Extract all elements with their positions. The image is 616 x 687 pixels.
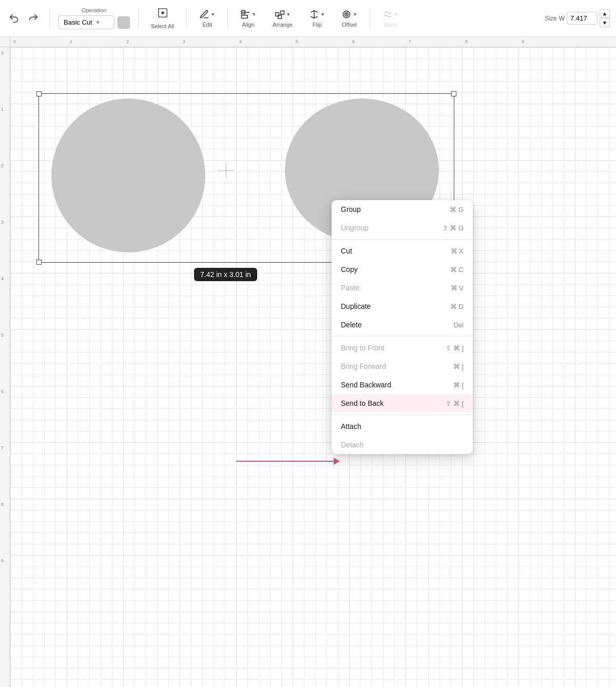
undo-redo-group [6, 11, 41, 26]
divider-3 [186, 8, 187, 29]
menu-group-label: Group [341, 205, 361, 213]
menu-send-back-shortcut: ⇧ ⌘ [ [446, 400, 464, 407]
ruler-corner [0, 37, 10, 47]
ruler-v-4: 4 [1, 276, 4, 281]
ruler-vertical: 0 1 2 3 4 5 6 7 8 9 [0, 47, 10, 687]
undo-button[interactable] [6, 11, 22, 26]
size-down-button[interactable]: ▼ [600, 18, 610, 27]
ruler-h-6: 6 [352, 39, 355, 44]
menu-delete-shortcut: Del [453, 321, 464, 329]
menu-send-back-label: Send to Back [341, 399, 383, 407]
edit-icon-wrap: ▼ [199, 9, 215, 19]
ruler-v-2: 2 [1, 163, 4, 168]
ruler-h-7: 7 [409, 39, 411, 44]
svg-rect-6 [281, 11, 284, 14]
edit-button[interactable]: ▼ Edit [195, 7, 219, 30]
offset-icon-wrap: ▼ [341, 9, 357, 19]
handle-top-right[interactable] [451, 91, 456, 96]
ruler-h-8: 8 [465, 39, 468, 44]
arrange-button[interactable]: ▼ Arrange [268, 7, 297, 30]
menu-item-paste[interactable]: Paste ⌘ V [332, 279, 473, 297]
ruler-h-1: 1 [70, 39, 72, 44]
select-all-label: Select All [151, 23, 174, 29]
menu-bring-forward-label: Bring Forward [341, 362, 386, 370]
svg-point-10 [346, 14, 347, 15]
menu-paste-shortcut: ⌘ V [451, 284, 464, 292]
size-w-label: W [559, 15, 565, 22]
size-label: Size [545, 15, 556, 22]
context-menu: Group ⌘ G Ungroup ⇧ ⌘ G Cut ⌘ X Copy ⌘ C… [332, 200, 473, 454]
menu-item-delete[interactable]: Delete Del [332, 316, 473, 334]
menu-send-backward-shortcut: ⌘ [ [453, 381, 464, 389]
handle-top-left[interactable] [36, 91, 42, 96]
size-up-button[interactable]: ▲ [600, 9, 610, 18]
select-all-button[interactable]: Select All [147, 5, 178, 31]
menu-detach-label: Detach [341, 441, 363, 449]
ruler-h-4: 4 [239, 39, 242, 44]
grid-canvas: 7.42 in x 3.01 in Group ⌘ G Ungroup ⇧ ⌘ … [10, 47, 616, 687]
toolbar: Operation Basic Cut ▼ Select All ▼ Edit … [0, 0, 616, 37]
arrow-line [236, 461, 334, 462]
arrange-label: Arrange [273, 22, 293, 28]
circle-left[interactable] [51, 99, 205, 252]
operation-group: Operation Basic Cut ▼ [58, 7, 130, 29]
warp-label: Warp [384, 22, 397, 28]
menu-item-duplicate[interactable]: Duplicate ⌘ D [332, 297, 473, 316]
svg-point-1 [161, 11, 164, 14]
separator-3 [332, 415, 473, 415]
ruler-h-3: 3 [183, 39, 185, 44]
menu-item-cut[interactable]: Cut ⌘ X [332, 242, 473, 260]
menu-ungroup-label: Ungroup [341, 224, 369, 232]
ruler-v-9: 9 [1, 558, 4, 563]
ruler-v-8: 8 [1, 502, 4, 507]
canvas-container: 0 1 2 3 4 5 6 7 8 9 0 1 2 3 4 5 6 7 8 9 [0, 37, 616, 687]
menu-item-copy[interactable]: Copy ⌘ C [332, 260, 473, 279]
warp-icon-wrap: ▼ [382, 9, 398, 19]
chevron-down-icon: ▼ [95, 19, 101, 25]
edit-label: Edit [202, 22, 212, 28]
align-button[interactable]: ▼ Align [236, 7, 260, 30]
redo-button[interactable] [26, 11, 41, 26]
menu-item-send-backward[interactable]: Send Backward ⌘ [ [332, 376, 473, 394]
operation-select-group: Basic Cut ▼ [58, 15, 130, 29]
arrow-indicator [236, 458, 340, 465]
divider-1 [49, 8, 50, 29]
ruler-h-0: 0 [13, 39, 16, 44]
menu-attach-label: Attach [341, 422, 361, 430]
flip-label: Flip [313, 22, 322, 28]
menu-paste-label: Paste [341, 284, 359, 292]
ruler-h-5: 5 [296, 39, 298, 44]
ruler-v-3: 3 [1, 220, 4, 225]
menu-item-group[interactable]: Group ⌘ G [332, 200, 473, 219]
arrange-icon-wrap: ▼ [275, 9, 291, 19]
size-w-input[interactable] [567, 12, 598, 25]
menu-item-detach[interactable]: Detach [332, 436, 473, 454]
color-swatch[interactable] [118, 16, 130, 29]
ruler-horizontal: 0 1 2 3 4 5 6 7 8 9 [10, 37, 616, 47]
menu-item-send-back[interactable]: Send to Back ⇧ ⌘ [ [332, 394, 473, 413]
menu-item-attach[interactable]: Attach [332, 417, 473, 436]
offset-button[interactable]: ▼ Offset [337, 7, 361, 30]
separator-2 [332, 336, 473, 337]
menu-item-ungroup[interactable]: Ungroup ⇧ ⌘ G [332, 219, 473, 237]
ruler-v-7: 7 [1, 445, 4, 450]
divider-2 [138, 8, 139, 29]
menu-bring-forward-shortcut: ⌘ ] [453, 363, 464, 370]
menu-duplicate-label: Duplicate [341, 302, 371, 310]
menu-duplicate-shortcut: ⌘ D [450, 303, 464, 310]
menu-send-backward-label: Send Backward [341, 381, 391, 389]
flip-button[interactable]: ▼ Flip [305, 7, 329, 30]
menu-item-bring-forward[interactable]: Bring Forward ⌘ ] [332, 357, 473, 376]
menu-item-bring-front[interactable]: Bring to Front ⇧ ⌘ ] [332, 339, 473, 357]
select-all-icon [157, 7, 168, 21]
handle-bottom-left[interactable] [36, 260, 42, 265]
svg-rect-3 [242, 15, 248, 18]
size-group: Size W ▲ ▼ [545, 9, 610, 27]
ruler-h-2: 2 [126, 39, 129, 44]
warp-button[interactable]: ▼ Warp [378, 7, 402, 30]
menu-ungroup-shortcut: ⇧ ⌘ G [442, 224, 464, 232]
operation-dropdown[interactable]: Basic Cut ▼ [58, 15, 114, 29]
arrow-head [334, 458, 340, 465]
menu-cut-label: Cut [341, 247, 352, 255]
operation-value: Basic Cut [64, 18, 92, 26]
